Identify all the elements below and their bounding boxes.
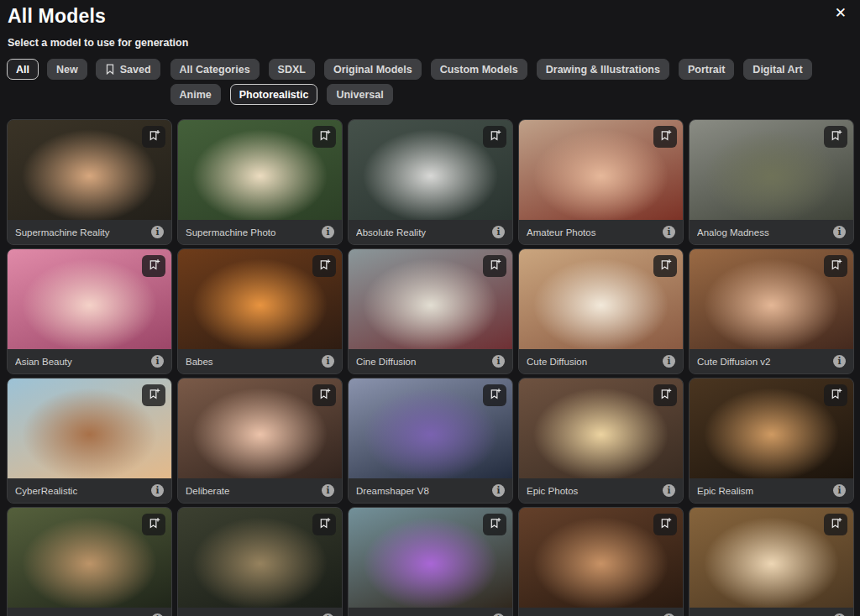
bookmark-add-button[interactable] (653, 255, 677, 277)
filter-chip-label: All Categories (180, 64, 250, 76)
filter-chip[interactable]: Drawing & Illustrations (537, 59, 669, 80)
model-card[interactable]: Perfect Deliberate i (689, 507, 854, 616)
bookmark-add-button[interactable] (142, 384, 165, 406)
model-name: Analog Madness (697, 227, 826, 238)
bookmark-add-button[interactable] (312, 126, 336, 148)
bookmark-add-button[interactable] (653, 514, 677, 535)
model-label-bar: Grainy Film i (178, 608, 342, 616)
model-card[interactable]: Cine Diffusion i (348, 248, 513, 374)
filter-chip-label: Anime (180, 89, 212, 101)
bookmark-add-button[interactable] (824, 384, 847, 406)
model-card[interactable]: Majestic Realism i (518, 507, 684, 616)
model-thumbnail (178, 249, 342, 349)
filter-chip[interactable]: Saved (96, 59, 160, 80)
bookmark-add-button[interactable] (312, 514, 336, 535)
filter-chip-label: All (16, 64, 29, 76)
filter-chip[interactable]: Custom Models (431, 59, 527, 80)
model-thumbnail (349, 249, 512, 349)
model-card[interactable]: Absolute Reality i (348, 119, 513, 245)
info-icon[interactable]: i (322, 355, 334, 368)
filter-chip[interactable]: SDXL (269, 59, 315, 80)
bookmark-plus-icon (318, 258, 331, 274)
model-card[interactable]: CyberRealistic i (7, 378, 172, 504)
filter-chip-label: Original Models (333, 64, 412, 76)
model-name: Epic Photos (527, 486, 656, 496)
info-icon[interactable]: i (492, 226, 505, 238)
bookmark-add-button[interactable] (824, 514, 847, 535)
model-card[interactable]: Flux Reality i (7, 507, 172, 616)
model-name: Cute Diffusion (527, 357, 656, 367)
model-name: Cute Diffusion v2 (697, 357, 826, 367)
model-card[interactable]: Cute Diffusion v2 i (689, 248, 854, 374)
info-icon[interactable]: i (833, 226, 846, 238)
model-label-bar: Cute Diffusion i (519, 349, 683, 373)
bookmark-plus-icon (489, 388, 501, 403)
model-name: Cine Diffusion (356, 357, 485, 367)
filter-chip[interactable]: All (7, 59, 39, 80)
model-name: Supermachine Reality (15, 227, 144, 238)
bookmark-add-button[interactable] (483, 126, 506, 148)
info-icon[interactable]: i (663, 484, 675, 497)
filter-chip[interactable]: Universal (327, 84, 392, 105)
bookmark-add-button[interactable] (142, 255, 165, 277)
bookmark-add-button[interactable] (312, 255, 336, 277)
info-icon[interactable]: i (833, 355, 846, 368)
model-label-bar: Epic Realism i (690, 478, 853, 503)
model-card[interactable]: Juggernaut Reborn i (348, 507, 513, 616)
bookmark-add-button[interactable] (312, 384, 336, 406)
filter-chip[interactable]: New (47, 59, 87, 80)
model-card[interactable]: Asian Beauty i (7, 248, 172, 374)
info-icon[interactable]: i (151, 355, 164, 368)
bookmark-add-button[interactable] (142, 514, 165, 535)
filter-chip-label: SDXL (278, 64, 306, 76)
model-card[interactable]: Supermachine Reality i (7, 119, 172, 245)
model-label-bar: Epic Photos i (519, 478, 683, 503)
info-icon[interactable]: i (322, 484, 334, 497)
bookmark-add-button[interactable] (483, 255, 506, 277)
bookmark-add-button[interactable] (824, 126, 847, 148)
info-icon[interactable]: i (492, 355, 505, 368)
bookmark-add-button[interactable] (483, 384, 506, 406)
page-title: All Models (8, 5, 852, 28)
model-thumbnail (690, 120, 853, 220)
bookmark-plus-icon (318, 129, 331, 144)
filter-chip[interactable]: Digital Art (743, 59, 811, 80)
model-card[interactable]: Grainy Film i (177, 507, 343, 616)
bookmark-add-button[interactable] (653, 126, 677, 148)
bookmark-plus-icon (489, 129, 501, 144)
bookmark-add-button[interactable] (824, 255, 847, 277)
bookmark-plus-icon (830, 129, 842, 144)
model-card[interactable]: Dreamshaper V8 i (348, 378, 513, 504)
model-card[interactable]: Babes i (177, 248, 343, 374)
info-icon[interactable]: i (833, 484, 846, 497)
info-icon[interactable]: i (151, 226, 164, 238)
model-label-bar: CyberRealistic i (8, 478, 171, 503)
bookmark-add-button[interactable] (483, 514, 506, 535)
bookmark-add-button[interactable] (653, 384, 677, 406)
model-label-bar: Amateur Photos i (519, 220, 683, 244)
model-label-bar: Analog Madness i (690, 220, 853, 244)
filter-chip[interactable]: Original Models (324, 59, 422, 80)
filter-chip[interactable]: Photorealistic (230, 84, 318, 105)
info-icon[interactable]: i (663, 226, 675, 238)
model-card[interactable]: Epic Realism i (689, 378, 854, 504)
filter-chip[interactable]: Anime (170, 84, 221, 105)
info-icon[interactable]: i (322, 226, 334, 238)
model-card[interactable]: Epic Photos i (518, 378, 684, 504)
info-icon[interactable]: i (663, 355, 675, 368)
model-thumbnail (178, 378, 342, 478)
info-icon[interactable]: i (151, 484, 164, 497)
model-thumbnail (178, 508, 342, 608)
model-card[interactable]: Cute Diffusion i (518, 248, 684, 374)
model-thumbnail (8, 378, 171, 478)
model-card[interactable]: Amateur Photos i (518, 119, 684, 245)
close-button[interactable]: ✕ (831, 3, 850, 23)
model-card[interactable]: Deliberate i (177, 378, 343, 504)
filter-chip[interactable]: Portrait (679, 59, 734, 80)
info-icon[interactable]: i (492, 484, 505, 497)
model-thumbnail (519, 378, 683, 478)
model-card[interactable]: Supermachine Photo i (177, 119, 343, 245)
filter-chip[interactable]: All Categories (170, 59, 260, 80)
model-card[interactable]: Analog Madness i (689, 119, 854, 245)
bookmark-add-button[interactable] (142, 126, 165, 148)
